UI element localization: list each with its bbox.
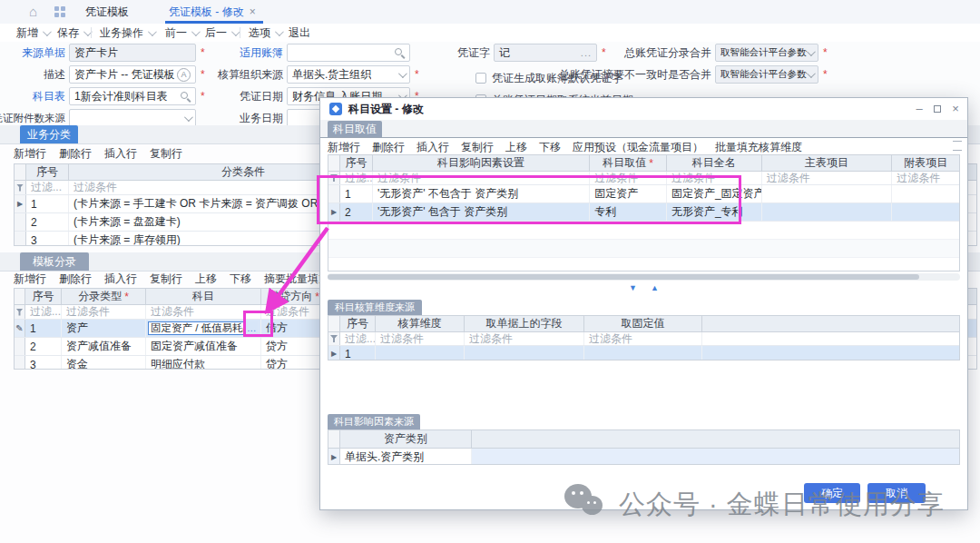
col-entry-type[interactable]: 分录类型* [62, 289, 146, 304]
exit-button[interactable]: 退出 [289, 24, 310, 42]
description-label: 描述 [0, 65, 65, 84]
merge-summary-select[interactable]: 取智能会计平台参数设置 [715, 65, 818, 84]
tab-close-icon[interactable]: × [250, 5, 256, 18]
tab-factor-source[interactable]: 科目影响因素来源 [328, 414, 420, 429]
toolbar-divider [91, 27, 92, 38]
close-button[interactable]: × [947, 98, 964, 120]
chevron-down-icon [398, 69, 407, 78]
scrollbar-thumb[interactable] [328, 274, 919, 280]
col-doc-field[interactable]: 取单据上的字段 [465, 316, 584, 331]
toolbar-divider [240, 27, 240, 38]
col-account-value[interactable]: 科目取值* [590, 155, 667, 171]
insert-row-button[interactable]: 插入行 [416, 141, 449, 153]
merge-entry-label: 总账凭证分录合并 [543, 44, 711, 62]
wechat-icon [564, 484, 612, 526]
add-row-button[interactable]: 新增行 [14, 272, 46, 285]
col-main-item[interactable]: 主表项目 [762, 155, 893, 171]
copy-row-button[interactable]: 复制行 [461, 141, 494, 153]
move-up-button[interactable]: 上移 [505, 141, 527, 153]
chevron-down-icon [43, 27, 52, 36]
batch-fill-dimension-button[interactable]: 批量填充核算维度 [715, 141, 802, 153]
collapse-up-icon[interactable]: ▲ [651, 283, 659, 292]
tab-label: 凭证模板 [85, 5, 129, 18]
account-table-field[interactable]: 1新会计准则科目表 [69, 87, 196, 105]
dialog-app-icon [329, 103, 342, 115]
move-down-button[interactable]: 下移 [539, 141, 561, 153]
required-mark: * [823, 44, 828, 62]
col-attach-item[interactable]: 附表项目 [892, 155, 959, 171]
merge-summary-label: 总账凭证摘要不一致时是否合并 [543, 65, 711, 84]
account-settings-dialog: 科目设置 - 修改 – × 科目取值 新增行删除行插入行复制行上移下移应用预设（… [319, 97, 968, 510]
tab-dimension-source[interactable]: 科目核算维度来源 [328, 300, 422, 315]
col-dimension[interactable]: 核算维度 [376, 316, 465, 331]
account-cell-editor[interactable]: 固定资产 / 低值易耗品 [148, 321, 246, 335]
copy-row-button[interactable]: 复制行 [150, 272, 182, 285]
insert-row-button[interactable]: 插入行 [104, 147, 137, 160]
delete-row-button[interactable]: 删除行 [59, 272, 92, 285]
col-fixed-value[interactable]: 取固定值 [584, 316, 702, 331]
applicable-book-label: 适用账簿 [183, 44, 283, 62]
source-doc-field[interactable]: 资产卡片 [69, 44, 196, 62]
current-row-icon: ▶ [331, 350, 337, 358]
minimize-button[interactable]: – [911, 98, 927, 120]
new-button[interactable]: 新增 [16, 24, 49, 42]
add-row-button[interactable]: 新增行 [14, 147, 46, 160]
checkbox-icon [475, 73, 486, 84]
table-row-selected[interactable]: ▶ 1 [328, 346, 959, 360]
col-no[interactable]: 序号 [340, 316, 376, 331]
chevron-down-icon [275, 27, 284, 36]
tab-business-class[interactable]: 业务分类 [20, 125, 78, 143]
maximize-button[interactable] [929, 98, 946, 120]
move-down-button[interactable]: 下移 [230, 272, 251, 285]
tab-template-entries[interactable]: 模板分录 [20, 252, 89, 271]
col-account-fullname[interactable]: 科目全名 [667, 155, 762, 171]
copy-row-button[interactable]: 复制行 [150, 147, 182, 160]
chevron-down-icon [807, 47, 816, 56]
business-ops-button[interactable]: 业务操作 [100, 24, 154, 42]
col-no[interactable]: 序号 [25, 289, 62, 304]
account-table-label: 科目表 [0, 87, 65, 105]
window-tab-bar: ⌂ 凭证模板 凭证模板 - 修改× [0, 0, 980, 25]
save-button[interactable]: 保存 [57, 24, 90, 42]
template-entries-toolbar: 新增行删除行插入行复制行上移下移摘要批量填充 [14, 272, 342, 287]
factor-source-grid: 资产类别 ▶ 单据头.资产类别 [328, 429, 960, 465]
apply-preset-button[interactable]: 应用预设（现金流量项目） [573, 141, 703, 153]
tab-voucher-template[interactable]: 凭证模板 [78, 0, 136, 24]
col-factor-setting[interactable]: 科目影响因素设置 [373, 155, 590, 171]
required-mark: * [415, 65, 419, 84]
annotation-highlight-box-ellipsis [243, 311, 273, 337]
options-button[interactable]: 选项 [249, 24, 281, 42]
apps-grid-icon[interactable] [54, 6, 65, 17]
filter-row[interactable]: 过滤... 过滤条件 过滤条件 过滤条件 [328, 332, 959, 346]
home-icon[interactable]: ⌂ [29, 0, 37, 24]
dialog-title-bar[interactable]: 科目设置 - 修改 – × [320, 98, 967, 121]
previous-button[interactable]: 前一 [165, 24, 198, 42]
dialog-title: 科目设置 - 修改 [348, 98, 424, 120]
horizontal-scrollbar[interactable] [328, 273, 960, 281]
toolbar-settings-icon[interactable] [953, 141, 962, 151]
col-no[interactable]: 序号 [26, 164, 69, 180]
attachment-source-select[interactable] [69, 109, 196, 127]
move-up-button[interactable]: 上移 [195, 272, 217, 285]
delete-row-button[interactable]: 删除行 [372, 141, 405, 153]
table-row-selected[interactable]: ▶ 单据头.资产类别 [328, 449, 959, 465]
description-field[interactable]: 资产卡片 -- 凭证模板A [69, 65, 196, 84]
col-account[interactable]: 科目 [146, 289, 261, 304]
voucher-date-label: 凭证日期 [183, 87, 283, 105]
delete-row-button[interactable]: 删除行 [59, 147, 92, 160]
org-source-select[interactable]: 单据头.货主组织 [287, 65, 410, 84]
collapse-down-icon[interactable]: ▼ [629, 283, 637, 292]
insert-row-button[interactable]: 插入行 [104, 272, 137, 285]
main-toolbar: 新增 保存 业务操作 前一 后一 选项 退出 [0, 24, 980, 43]
next-button[interactable]: 后一 [205, 24, 238, 42]
business-class-toolbar: 新增行删除行插入行复制行 [14, 146, 195, 162]
col-direction[interactable]: 借贷方向* [261, 289, 328, 304]
source-doc-label: 来源单据 [0, 44, 65, 62]
col-no[interactable]: 序号 [340, 155, 373, 171]
col-asset-category[interactable]: 资产类别 [340, 430, 472, 448]
required-mark: * [823, 65, 828, 84]
tab-account-value[interactable]: 科目取值 [328, 121, 382, 137]
add-row-button[interactable]: 新增行 [328, 141, 360, 153]
merge-entry-select[interactable]: 取智能会计平台参数设置 [715, 44, 818, 62]
edit-pencil-icon: ✎ [15, 323, 23, 333]
